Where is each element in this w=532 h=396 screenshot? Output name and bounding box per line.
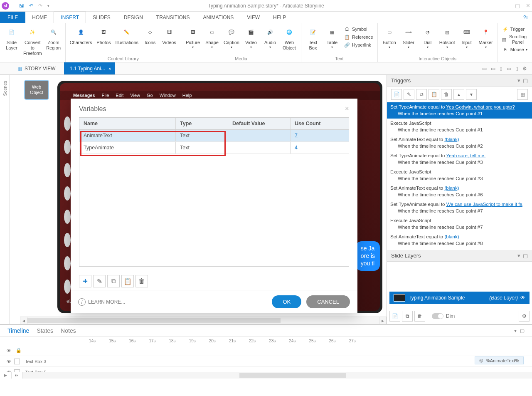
button-button[interactable]: ▭Button▾ <box>380 25 399 55</box>
device-desktop-icon[interactable]: ▭ <box>482 66 487 72</box>
slide-tab[interactable]: 1.1 Typing Ani... × <box>64 62 116 74</box>
move-down-icon[interactable]: ▾ <box>466 89 477 100</box>
close-icon[interactable]: ✕ <box>526 2 530 9</box>
tab-slides[interactable]: SLIDES <box>86 12 117 23</box>
tab-insert[interactable]: INSERT <box>54 12 86 23</box>
picture-button[interactable]: 🖼Picture▾ <box>184 25 202 55</box>
panel-popout-icon[interactable]: ▢ <box>523 77 528 84</box>
story-view-tab[interactable]: ▦ STORY VIEW <box>12 62 61 74</box>
undo-icon[interactable]: ↶ <box>29 3 33 9</box>
trigger-item[interactable]: Set TypeAnimate equal to Yes Godwin, wha… <box>387 102 532 119</box>
symbol-button[interactable]: ΩSymbol <box>342 26 375 33</box>
table-row[interactable]: AnimateTextText7 <box>79 130 349 142</box>
eye-icon[interactable]: 👁 <box>0 348 12 353</box>
textbox-button[interactable]: 📝Text Box <box>304 25 322 55</box>
paste-variable-icon[interactable]: 📋 <box>121 275 134 287</box>
marker-button[interactable]: 📍Marker▾ <box>477 25 495 55</box>
tab-transitions[interactable]: TRANSITIONS <box>150 12 197 23</box>
timeline-hscroll[interactable]: ▶⏭ <box>0 372 532 379</box>
scenes-strip[interactable]: Scenes <box>0 75 10 324</box>
timeline-row[interactable]: 👁Text Box 3 <box>0 356 532 367</box>
tab-design[interactable]: DESIGN <box>117 12 150 23</box>
trigger-item[interactable]: Set AnimateText equal to (blank)When the… <box>387 232 532 248</box>
illustrations-button[interactable]: ✏️Illustrations <box>113 25 140 55</box>
variables-icon[interactable]: ▦ <box>517 89 528 100</box>
mouse-button[interactable]: 🖱Mouse▾ <box>500 46 530 53</box>
help-icon[interactable]: ?⃝ <box>519 12 532 23</box>
gear-icon[interactable]: ⚙ <box>522 66 527 72</box>
trigger-button[interactable]: ⚡Trigger <box>500 26 530 33</box>
lock-icon[interactable]: 🔒 <box>12 348 25 353</box>
zoom-region-button[interactable]: 🔍Zoom Region <box>44 25 63 57</box>
panel-menu-icon[interactable]: ▾ <box>517 77 520 84</box>
tab-view[interactable]: VIEW <box>240 12 266 23</box>
delete-variable-icon[interactable]: 🗑 <box>135 275 148 287</box>
panel-menu-icon[interactable]: ▾ <box>514 328 517 334</box>
new-layer-icon[interactable]: 📄 <box>389 311 400 322</box>
tab-states[interactable]: States <box>37 327 53 334</box>
add-variable-icon[interactable]: + <box>79 275 91 287</box>
device-phone-portrait-icon[interactable]: ▯ <box>515 66 518 72</box>
video-button[interactable]: 🎬Video▾ <box>242 25 260 55</box>
slide-layer-button[interactable]: 📄Slide Layer <box>2 25 21 57</box>
minimize-icon[interactable]: — <box>504 2 509 9</box>
edit-trigger-icon[interactable]: ✎ <box>404 89 414 100</box>
paste-trigger-icon[interactable]: 📋 <box>429 89 439 100</box>
trigger-item[interactable]: Execute JavaScriptWhen the timeline reac… <box>387 167 532 183</box>
edit-variable-icon[interactable]: ✎ <box>93 275 106 287</box>
tab-help[interactable]: HELP <box>266 12 293 23</box>
tab-notes[interactable]: Notes <box>61 327 76 334</box>
tab-animations[interactable]: ANIMATIONS <box>197 12 241 23</box>
slide-thumbnail[interactable]: Web Object <box>25 81 48 99</box>
panel-popout-icon[interactable]: ▢ <box>520 328 525 334</box>
icons-button[interactable]: ◇Icons <box>141 25 159 55</box>
tab-file[interactable]: FILE <box>0 12 25 23</box>
tab-timeline[interactable]: Timeline <box>7 327 29 334</box>
canvas-hscroll[interactable]: ◂▸ <box>20 317 387 324</box>
animate-text-box[interactable]: ◎ %AnimateText% <box>475 356 524 364</box>
characters-button[interactable]: 👤Characters <box>68 25 94 55</box>
eye-icon[interactable]: 👁 <box>520 295 525 301</box>
hotspot-button[interactable]: ▧Hotspot▾ <box>438 25 457 55</box>
table-row[interactable]: TypeAnimateText4 <box>79 142 349 154</box>
copy-trigger-icon[interactable]: ⧉ <box>416 89 427 100</box>
delete-layer-icon[interactable]: 🗑 <box>414 311 425 322</box>
audio-button[interactable]: 🔊Audio▾ <box>261 25 279 55</box>
tab-home[interactable]: HOME <box>25 12 54 23</box>
copy-variable-icon[interactable]: ⧉ <box>107 275 120 287</box>
trigger-item[interactable]: Set TypeAnimate equal to Yeah sure, tell… <box>387 151 532 167</box>
device-phone-landscape-icon[interactable]: ▭ <box>507 66 511 72</box>
trigger-item[interactable]: Execute JavaScriptWhen the timeline reac… <box>387 119 532 135</box>
dim-toggle[interactable]: Dim <box>432 313 455 319</box>
device-tablet-landscape-icon[interactable]: ▭ <box>491 66 495 72</box>
move-up-icon[interactable]: ▴ <box>453 89 464 100</box>
panel-popout-icon[interactable]: ▢ <box>523 252 528 259</box>
caption-button[interactable]: 💬Caption▾ <box>222 25 241 55</box>
shape-button[interactable]: ▭Shape▾ <box>203 25 221 55</box>
hyperlink-button[interactable]: 🔗Hyperlink <box>342 42 375 49</box>
dialog-close-icon[interactable]: × <box>345 104 349 113</box>
input-button[interactable]: ⌨Input▾ <box>458 25 476 55</box>
play-controls[interactable]: ▶⏭ <box>0 372 23 379</box>
ok-button[interactable]: OK <box>272 295 301 308</box>
trigger-item[interactable]: Set AnimateText equal to (blank)When the… <box>387 183 532 200</box>
base-layer-row[interactable]: Typing Animation Sample (Base Layer) 👁 <box>389 292 530 304</box>
scrolling-panel-button[interactable]: ▤Scrolling Panel <box>500 34 530 45</box>
new-trigger-icon[interactable]: 📄 <box>391 89 402 100</box>
webobject-button[interactable]: 🌐Web Object <box>280 25 298 55</box>
table-button[interactable]: ▦Table▾ <box>323 25 341 55</box>
timeline-grid[interactable]: 14s15s16s17s18s19s20s21s22s23s24s25s26s2… <box>0 337 532 379</box>
videos-button[interactable]: 🎞Videos <box>160 25 178 55</box>
trigger-list[interactable]: Set TypeAnimate equal to Yes Godwin, wha… <box>387 102 532 250</box>
close-tab-icon[interactable]: × <box>108 66 111 71</box>
layer-settings-icon[interactable]: ⚙ <box>519 311 530 322</box>
learn-more-link[interactable]: i LEARN MORE... <box>78 298 125 306</box>
trigger-item[interactable]: Set TypeAnimate equal to We can use Java… <box>387 200 532 216</box>
slider-button[interactable]: ⟿Slider▾ <box>399 25 418 55</box>
trigger-item[interactable]: Execute JavaScriptWhen the timeline reac… <box>387 216 532 232</box>
delete-trigger-icon[interactable]: 🗑 <box>441 89 452 100</box>
cancel-button[interactable]: CANCEL <box>306 295 350 308</box>
dial-button[interactable]: ◔Dial▾ <box>419 25 437 55</box>
redo-icon[interactable]: ↷ <box>38 3 42 9</box>
reference-button[interactable]: 📋Reference <box>342 34 375 41</box>
